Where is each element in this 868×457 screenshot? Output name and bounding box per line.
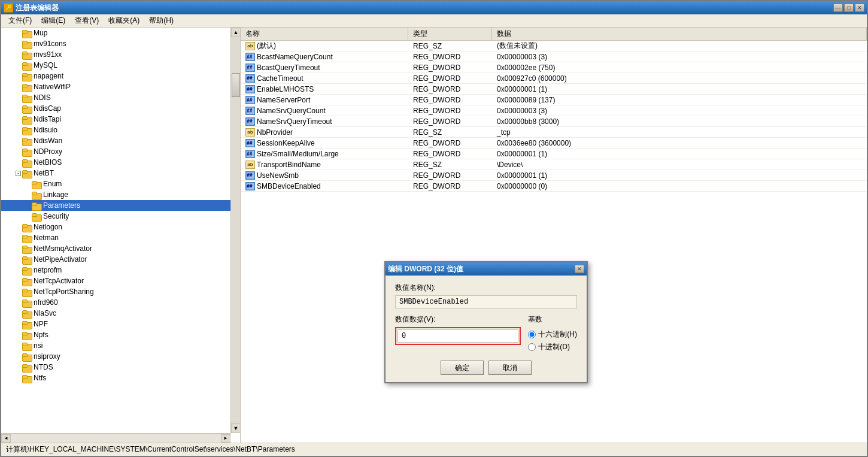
dialog-title-bar: 编辑 DWORD (32 位)值 ✕ [386,262,587,276]
folder-icon [22,83,32,91]
list-row[interactable]: ##BcastNameQueryCountREG_DWORD0x00000003… [241,52,867,62]
scroll-down-btn[interactable]: ▼ [231,423,241,433]
tree-expand-btn[interactable]: - [16,171,21,176]
list-row[interactable]: ab(默认)REG_SZ(数值未设置) [241,41,867,52]
tree-item[interactable]: Ntfs [1,373,240,383]
dialog-ok-button[interactable]: 确定 [441,361,484,375]
tree-item[interactable]: Netman [1,232,240,243]
list-row[interactable]: ##CacheTimeoutREG_DWORD0x000927c0 (60000… [241,73,867,84]
tree-item-label: NdisTapi [34,115,61,123]
list-row[interactable]: ##SessionKeepAliveREG_DWORD0x0036ee80 (3… [241,138,867,149]
tree-item-label: Security [43,212,69,220]
hscroll-right-btn[interactable]: ► [221,434,230,443]
tree-item[interactable]: nfrd960 [1,297,240,308]
tree-item[interactable]: MySQL [1,60,240,71]
dialog-value-input[interactable] [397,329,518,343]
dialog-dec-radio-label[interactable]: 十进制(D) [528,342,577,352]
folder-icon [22,352,32,361]
list-row[interactable]: ##NameSrvQueryTimeoutREG_DWORD0x00000bb8… [241,116,867,127]
reg-sz-icon: ab [245,42,255,50]
tree-item[interactable]: NPF [1,319,240,329]
dialog-hex-radio[interactable] [528,331,536,338]
tree-item[interactable]: nsi [1,340,240,351]
tree-item[interactable]: netprofm [1,265,240,276]
menu-view[interactable]: 查看(V) [70,14,104,27]
tree-item[interactable]: Security [1,211,240,222]
col-header-name[interactable]: 名称 [241,28,408,40]
list-row[interactable]: abNbProviderREG_SZ_tcp [241,127,867,138]
dialog-dec-radio[interactable] [528,343,536,351]
close-button[interactable]: ✕ [855,4,864,12]
tree-item[interactable]: Parameters [1,200,240,211]
maximize-button[interactable]: □ [844,4,854,12]
tree-item[interactable]: NativeWifiP [1,81,240,92]
list-row[interactable]: ##BcastQueryTimeoutREG_DWORD0x000002ee (… [241,62,867,73]
tree-item[interactable]: NetTcpActivator [1,276,240,286]
tree-item[interactable]: NlaSvc [1,308,240,319]
tree-item[interactable]: -NetBT [1,168,240,178]
list-name-text: NbProvider [257,128,293,137]
list-row[interactable]: abTransportBindNameREG_SZ\Device\ [241,159,867,170]
list-row[interactable]: ##NameServerPortREG_DWORD0x00000089 (137… [241,95,867,105]
list-row[interactable]: ##EnableLMHOSTSREG_DWORD0x00000001 (1) [241,84,867,95]
tree-hscroll[interactable]: ◄ ► [1,433,230,443]
tree-item[interactable]: nsiproxy [1,351,240,362]
tree-item-label: NDProxy [34,147,62,156]
menu-favorites[interactable]: 收藏夹(A) [104,14,144,27]
menu-edit[interactable]: 编辑(E) [37,14,70,27]
tree-item[interactable]: NdisCap [1,103,240,114]
dialog-close-button[interactable]: ✕ [575,265,584,273]
tree-item[interactable]: mvs91xx [1,49,240,60]
col-header-type[interactable]: 类型 [408,28,492,40]
list-cell-data: (数值未设置) [492,41,867,51]
tree-item[interactable]: Linkage [1,189,240,200]
dialog-cancel-button[interactable]: 取消 [488,361,532,375]
tree-item[interactable]: NetTcpPortSharing [1,286,240,297]
svg-text:##: ## [247,87,253,92]
tree-item[interactable]: napagent [1,71,240,81]
dialog-body: 数值名称(N): SMBDeviceEnabled 数值数据(V): 基数 [386,276,587,382]
tree-item[interactable]: Ndisuio [1,125,240,135]
tree-item[interactable]: NDProxy [1,146,240,157]
list-cell-data: 0x00000003 (3) [492,107,867,115]
list-rows-container: ab(默认)REG_SZ(数值未设置)##BcastNameQueryCount… [241,41,867,192]
tree-item[interactable]: NdisWan [1,135,240,146]
folder-icon [22,234,32,242]
tree-item[interactable]: mv91cons [1,38,240,49]
list-cell-name: ##NameSrvQueryTimeout [241,117,408,126]
menu-file[interactable]: 文件(F) [4,14,37,27]
tree-item[interactable]: NdisTapi [1,114,240,125]
list-row[interactable]: ##SMBDeviceEnabledREG_DWORD0x00000000 (0… [241,181,867,192]
edit-dword-dialog: 编辑 DWORD (32 位)值 ✕ 数值名称(N): SMBDeviceEna… [384,261,588,383]
title-controls: — □ ✕ [833,4,864,12]
menu-help[interactable]: 帮助(H) [144,14,178,27]
tree-item-label: Ntfs [34,374,46,382]
tree-item[interactable]: Mup [1,28,240,38]
dialog-value-label: 数值数据(V): [395,314,521,325]
list-cell-data: 0x00000001 (1) [492,171,867,180]
dialog-hex-radio-label[interactable]: 十六进制(H) [528,329,577,340]
dialog-name-label: 数值名称(N): [395,283,577,293]
minimize-button[interactable]: — [833,4,843,12]
tree-item[interactable]: NetBIOS [1,157,240,168]
list-row[interactable]: ##NameSrvQueryCountREG_DWORD0x00000003 (… [241,105,867,116]
list-row[interactable]: ##UseNewSmbREG_DWORD0x00000001 (1) [241,170,867,181]
tree-item[interactable]: NetPipeActivator [1,254,240,265]
list-row[interactable]: ##Size/Small/Medium/LargeREG_DWORD0x0000… [241,149,867,159]
hscroll-left-btn[interactable]: ◄ [1,434,11,443]
tree-vscroll[interactable]: ▲ ▼ [230,28,240,433]
tree-panel[interactable]: Mupmv91consmvs91xxMySQLnapagentNativeWif… [1,28,241,443]
tree-item[interactable]: Npfs [1,329,240,340]
tree-item[interactable]: NTDS [1,362,240,373]
tree-item[interactable]: Netlogon [1,222,240,232]
list-cell-name: ##CacheTimeout [241,74,408,83]
col-header-data[interactable]: 数据 [492,28,867,40]
scroll-up-btn[interactable]: ▲ [231,28,241,37]
folder-icon [22,341,32,350]
tree-item[interactable]: NetMsmqActivator [1,243,240,254]
list-cell-type: REG_DWORD [408,139,492,147]
list-cell-type: REG_SZ [408,128,492,137]
tree-item[interactable]: Enum [1,178,240,189]
tree-item[interactable]: NDIS [1,92,240,103]
folder-icon [22,50,32,59]
